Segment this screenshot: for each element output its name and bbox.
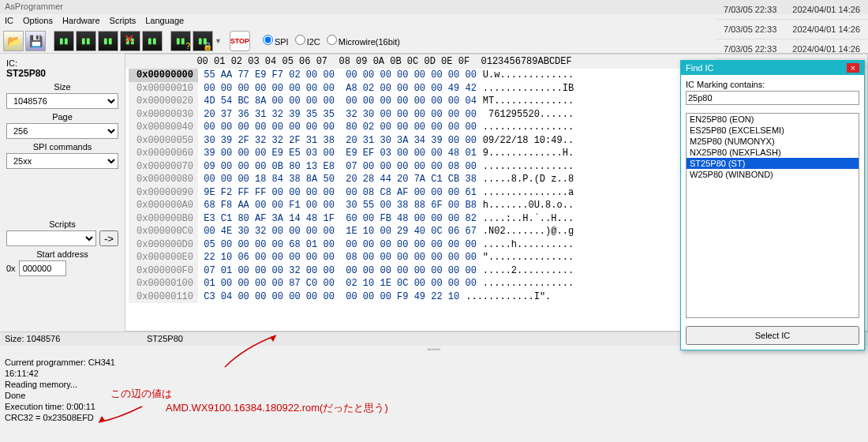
hex-ascii: .....2.......... — [483, 264, 574, 278]
hex-addr: 0x00000100 — [129, 277, 198, 290]
scripts-run-button[interactable]: -> — [99, 230, 118, 246]
hex-addr: 0x00000080 — [129, 173, 198, 186]
hex-bytes: 68 F8 AA 00 00 F1 00 00 30 55 00 38 88 6… — [198, 199, 477, 212]
hex-ascii: ..............IB — [483, 82, 574, 96]
chip-btn-2[interactable]: ▮▮ — [76, 31, 96, 51]
hex-ascii: ................ — [483, 121, 574, 134]
size-select[interactable]: 1048576 — [6, 93, 118, 109]
hex-bytes: 55 AA 77 E9 F7 02 00 00 00 00 00 00 00 0… — [198, 69, 477, 82]
menu-scripts[interactable]: Scripts — [110, 16, 137, 25]
hex-addr: 0x00000050 — [129, 134, 198, 148]
hex-bytes: 05 00 00 00 00 68 01 00 00 00 00 00 00 0… — [198, 238, 477, 252]
log-panel: Current programmer: CH341 16:11:42 Readi… — [0, 354, 868, 426]
hex-bytes: 4D 54 BC 8A 00 00 00 00 00 00 00 00 00 0… — [198, 95, 477, 108]
spi-radio[interactable]: SPI — [258, 35, 289, 47]
hex-addr: 0x000000D0 — [129, 238, 198, 252]
close-icon[interactable]: × — [847, 63, 859, 73]
select-ic-button[interactable]: Select IC — [686, 326, 859, 345]
chip-btn-3[interactable]: ▮▮ — [98, 31, 118, 51]
hex-addr: 0x000000E0 — [129, 251, 198, 264]
hex-addr: 0x00000070 — [129, 160, 198, 174]
chip-lock-button[interactable]: ▮▮🔒 — [193, 31, 213, 51]
hex-addr: 0x00000110 — [129, 290, 198, 304]
hex-ascii: 9.............H. — [483, 147, 574, 160]
hex-addr: 0x000000C0 — [129, 225, 198, 238]
hex-bytes: 00 00 00 00 00 00 00 00 80 02 00 00 00 0… — [198, 121, 477, 134]
microwire-radio[interactable]: Microwire(16bit) — [322, 35, 400, 47]
menu-options[interactable]: Options — [23, 16, 53, 25]
find-ic-dialog: Find IC × IC Marking contains: EN25P80 (… — [680, 60, 865, 350]
find-label: IC Marking contains: — [686, 80, 765, 89]
hex-bytes: 00 00 00 18 84 38 8A 50 20 28 44 20 7A C… — [198, 173, 477, 186]
chip-btn-6[interactable]: ▮▮? — [170, 31, 191, 51]
hex-addr: 0x00000060 — [129, 147, 198, 160]
hex-bytes: 22 10 06 00 00 00 00 00 08 00 00 00 00 0… — [198, 251, 477, 264]
chip-erase-button[interactable]: ▮▮✕ — [120, 31, 140, 51]
scripts-label: Scripts — [6, 219, 118, 229]
open-button[interactable]: 📂 — [3, 31, 24, 51]
list-item[interactable]: EN25P80 (EON) — [687, 114, 859, 125]
page-select[interactable]: 256 — [6, 123, 118, 139]
menu-ic[interactable]: IC — [5, 16, 13, 25]
spi-cmds-label: SPI commands — [6, 142, 118, 152]
save-button[interactable]: 💾 — [25, 31, 46, 51]
hex-addr: 0x00000090 — [129, 186, 198, 200]
menu-language[interactable]: Language — [145, 16, 184, 25]
find-title: Find IC — [686, 63, 713, 73]
hex-bytes: C3 04 00 00 00 00 00 00 00 00 00 F9 49 2… — [198, 290, 459, 304]
hex-bytes: 20 37 36 31 32 39 35 35 32 30 00 00 00 0… — [198, 108, 477, 122]
list-item[interactable]: M25P80 (NUMONYX) — [687, 136, 859, 147]
hex-addr: 0x00000010 — [129, 82, 198, 96]
chip-btn-1[interactable]: ▮▮ — [54, 31, 74, 51]
spi-cmds-select[interactable]: 25xx — [6, 153, 118, 169]
hex-bytes: 00 4E 30 32 00 00 00 00 1E 10 00 29 40 0… — [198, 225, 477, 238]
hex-ascii: ............I". — [466, 290, 551, 304]
status-size: Size: 1048576 — [5, 334, 147, 344]
start-addr-input[interactable] — [19, 260, 66, 276]
hex-prefix: 0x — [6, 264, 16, 273]
list-item[interactable]: ES25P80 (EXCELSEMI) — [687, 125, 859, 136]
scripts-select[interactable] — [6, 230, 96, 246]
hex-addr: 0x00000040 — [129, 121, 198, 134]
hex-ascii: h.......0U.8.o.. — [483, 199, 574, 212]
chip-btn-5[interactable]: ▮▮ — [142, 31, 163, 51]
hex-bytes: 39 00 00 00 E9 E5 03 00 E9 EF 03 00 00 0… — [198, 147, 477, 160]
hex-addr: 0x00000030 — [129, 108, 198, 122]
list-item[interactable]: NX25P80 (NEXFLASH) — [687, 147, 859, 158]
hex-ascii: ....:..H.`..H... — [483, 212, 574, 226]
hex-ascii: .....h.......... — [483, 238, 574, 252]
hex-ascii: MT.............. — [483, 95, 574, 108]
hex-ascii: "............... — [483, 251, 574, 264]
find-input[interactable] — [686, 91, 859, 105]
list-item[interactable]: ST25P80 (ST) — [687, 158, 859, 169]
stop-button[interactable]: STOP — [230, 31, 250, 51]
hex-ascii: ................ — [483, 160, 574, 174]
hex-addr: 0x000000A0 — [129, 199, 198, 212]
hex-ascii: 09/22/18 10:49.. — [483, 134, 574, 148]
list-item[interactable]: W25P80 (WINBOND) — [687, 169, 859, 180]
hex-bytes: 01 00 00 00 00 87 C0 00 02 10 1E 0C 00 0… — [198, 277, 477, 290]
hex-bytes: 09 00 00 00 0B 80 13 E8 07 00 00 00 00 0… — [198, 160, 477, 174]
hex-addr: 0x000000B0 — [129, 212, 198, 226]
hex-bytes: 30 39 2F 32 32 2F 31 38 20 31 30 3A 34 3… — [198, 134, 477, 148]
find-results-list[interactable]: EN25P80 (EON)ES25P80 (EXCELSEMI)M25P80 (… — [686, 113, 859, 318]
menu-hardware[interactable]: Hardware — [62, 16, 100, 25]
size-label: Size — [6, 82, 118, 92]
bg-time-row: 7/03/05 22:332024/04/01 14:26 — [716, 20, 868, 39]
hex-ascii: .....8.P.(D z..8 — [483, 173, 574, 186]
hex-addr: 0x00000000 — [129, 69, 198, 82]
hex-bytes: 00 00 00 00 00 00 00 00 A8 02 00 00 00 0… — [198, 82, 477, 96]
i2c-radio[interactable]: I2C — [290, 35, 320, 47]
hex-ascii: .N02.......)@..g — [483, 225, 574, 238]
hex-bytes: 07 01 00 00 00 32 00 00 00 00 00 00 00 0… — [198, 264, 477, 278]
hex-bytes: E3 C1 80 AF 3A 14 48 1F 60 00 FB 48 00 0… — [198, 212, 477, 226]
ic-name: ST25P80 — [6, 68, 118, 79]
hex-ascii: 761295520...... — [483, 108, 574, 122]
hex-bytes: 9E F2 FF FF 00 00 00 00 00 08 C8 AF 00 0… — [198, 186, 477, 200]
bg-time-row: 7/03/05 22:332024/04/01 14:26 — [716, 0, 868, 20]
hex-ascii: ................ — [483, 277, 574, 290]
hex-ascii: U.w............. — [483, 69, 574, 82]
hex-addr: 0x000000F0 — [129, 264, 198, 278]
bg-time-row: 7/03/05 22:332024/04/01 14:26 — [716, 39, 868, 59]
ic-label: IC: — [6, 58, 118, 68]
